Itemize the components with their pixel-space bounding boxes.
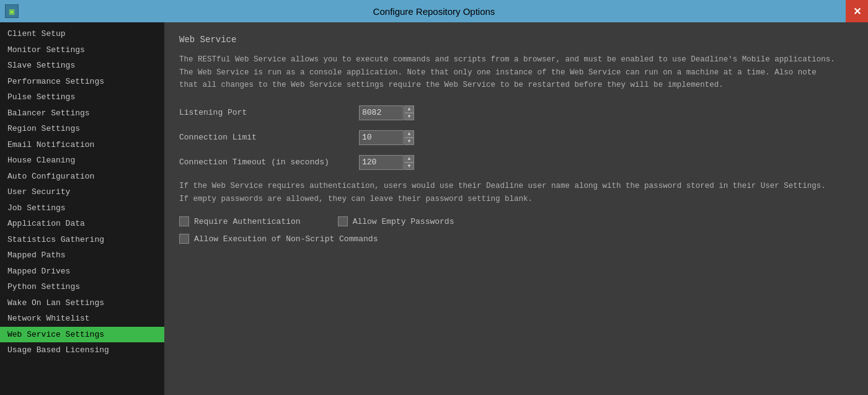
sidebar-item-statistics-gathering[interactable]: Statistics Gathering [0,232,164,248]
connection-timeout-spinner: ▲ ▼ [359,155,414,170]
require-auth-group: Require Authentication [179,216,301,226]
connection-timeout-buttons: ▲ ▼ [404,155,414,170]
sidebar-item-house-cleaning[interactable]: House Cleaning [0,153,164,169]
app-icon: ▣ [5,4,19,18]
sidebar-item-auto-configuration[interactable]: Auto Configuration [0,169,164,185]
sidebar-item-balancer-settings[interactable]: Balancer Settings [0,105,164,122]
allow-non-script-label: Allow Execution of Non-Script Commands [194,234,378,244]
sidebar-item-web-service-settings[interactable]: Web Service Settings [0,327,164,343]
sidebar-item-usage-based-licensing[interactable]: Usage Based Licensing [0,342,164,358]
listening-port-input[interactable] [359,105,404,120]
listening-port-label: Listening Port [179,108,359,117]
connection-timeout-up[interactable]: ▲ [404,155,414,162]
connection-timeout-row: Connection Timeout (in seconds) ▲ ▼ [179,155,853,170]
connection-timeout-input[interactable] [359,155,404,170]
close-button[interactable]: ✕ [846,0,868,22]
connection-timeout-label: Connection Timeout (in seconds) [179,158,359,167]
sidebar-item-email-notification[interactable]: Email Notification [0,137,164,153]
sidebar-item-python-settings[interactable]: Python Settings [0,279,164,295]
require-auth-checkbox[interactable] [179,216,189,226]
connection-timeout-down[interactable]: ▼ [404,162,414,170]
sidebar-item-region-settings[interactable]: Region Settings [0,121,164,137]
sidebar-item-wake-on-lan-settings[interactable]: Wake On Lan Settings [0,295,164,311]
sidebar-item-network-whitelist[interactable]: Network Whitelist [0,311,164,327]
title-bar: ▣ Configure Repository Options ✕ [0,0,868,22]
listening-port-row: Listening Port ▲ ▼ [179,105,853,120]
sidebar-item-job-settings[interactable]: Job Settings [0,200,164,216]
section-title: Web Service [179,35,853,45]
allow-empty-passwords-group: Allow Empty Passwords [338,216,454,226]
allow-empty-passwords-label: Allow Empty Passwords [353,217,454,226]
sidebar-item-monitor-settings[interactable]: Monitor Settings [0,42,164,58]
checkbox-row-2: Allow Execution of Non-Script Commands [179,234,853,244]
sidebar: Client SetupMonitor SettingsSlave Settin… [0,22,164,395]
connection-limit-up[interactable]: ▲ [404,130,414,138]
sidebar-item-pulse-settings[interactable]: Pulse Settings [0,89,164,105]
listening-port-spinner: ▲ ▼ [359,105,414,120]
listening-port-down[interactable]: ▼ [404,113,414,120]
sidebar-item-mapped-paths[interactable]: Mapped Paths [0,247,164,264]
connection-limit-spinner: ▲ ▼ [359,130,414,145]
connection-limit-down[interactable]: ▼ [404,138,414,145]
window-title: Configure Repository Options [373,6,495,17]
auth-description: If the Web Service requires authenticati… [179,180,836,205]
allow-empty-passwords-checkbox[interactable] [338,216,348,226]
sidebar-item-user-security[interactable]: User Security [0,184,164,200]
allow-non-script-checkbox[interactable] [179,234,189,244]
sidebar-item-client-setup[interactable]: Client Setup [0,26,164,42]
connection-limit-input[interactable] [359,130,404,145]
connection-limit-row: Connection Limit ▲ ▼ [179,130,853,145]
sidebar-item-slave-settings[interactable]: Slave Settings [0,58,164,74]
main-container: Client SetupMonitor SettingsSlave Settin… [0,22,868,395]
connection-limit-buttons: ▲ ▼ [404,130,414,145]
sidebar-item-application-data[interactable]: Application Data [0,216,164,232]
sidebar-item-mapped-drives[interactable]: Mapped Drives [0,264,164,280]
sidebar-item-performance-settings[interactable]: Performance Settings [0,74,164,90]
description-text: The RESTful Web Service allows you to ex… [179,53,836,92]
checkbox-row-1: Require Authentication Allow Empty Passw… [179,216,853,226]
require-auth-label: Require Authentication [194,217,301,226]
app-icon-symbol: ▣ [9,6,14,17]
content-area: Web Service The RESTful Web Service allo… [164,22,868,395]
listening-port-up[interactable]: ▲ [404,105,414,113]
listening-port-buttons: ▲ ▼ [404,105,414,120]
connection-limit-label: Connection Limit [179,133,359,142]
allow-non-script-group: Allow Execution of Non-Script Commands [179,234,378,244]
